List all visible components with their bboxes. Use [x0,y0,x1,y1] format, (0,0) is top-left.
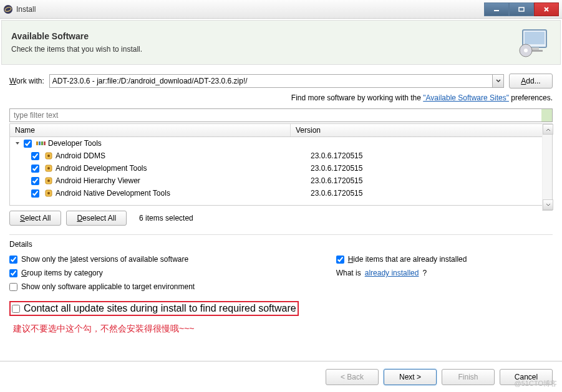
back-button[interactable]: < Back [326,369,379,385]
svg-point-23 [47,192,50,194]
item-label: Android Development Tools [56,164,147,173]
item-version: 23.0.6.1720515 [306,189,362,198]
option-contact-sites[interactable]: Contact all update sites during install … [9,301,299,316]
titlebar-title: Install [16,5,484,14]
tree-category-row[interactable]: Developer Tools [10,137,542,150]
filter-input[interactable] [9,108,553,122]
titlebar: Install [0,0,562,19]
select-all-button[interactable]: Select All [9,211,61,226]
next-button[interactable]: Next > [384,369,437,385]
already-installed-link[interactable]: already installed [365,269,419,277]
option-show-applicable[interactable]: Show only software applicable to target … [9,282,299,291]
install-wizard-icon [516,27,551,58]
header-subtitle: Check the items that you wish to install… [11,45,510,54]
minimize-button[interactable] [484,2,509,16]
software-tree[interactable]: Name Version Developer Tools Android DDM… [9,123,542,206]
details-label: Details [9,234,553,249]
tree-header-name[interactable]: Name [10,124,291,136]
plugin-icon [44,176,54,186]
add-button[interactable]: Add... [509,74,553,88]
svg-point-21 [47,179,50,182]
item-checkbox[interactable] [31,189,39,198]
tree-item-row[interactable]: Android Hierarchy Viewer 23.0.6.1720515 [10,174,542,187]
close-button[interactable] [534,2,559,16]
svg-rect-7 [525,32,545,44]
header-panel: Available Software Check the items that … [1,20,561,65]
svg-rect-14 [41,141,43,145]
option-show-latest[interactable]: Show only the latest versions of availab… [9,255,299,264]
find-more-text: Find more software by working with the "… [9,93,553,102]
svg-rect-12 [36,141,38,145]
item-checkbox[interactable] [31,165,39,173]
maximize-button[interactable] [509,2,534,16]
tree-scrollbar[interactable] [542,123,553,211]
category-label: Developer Tools [48,139,102,148]
svg-point-17 [47,155,50,157]
item-checkbox[interactable] [31,152,39,160]
plugin-icon [44,163,54,173]
tree-item-row[interactable]: Android Native Development Tools 23.0.6.… [10,187,542,199]
item-label: Android Native Development Tools [56,189,170,198]
selected-count: 6 items selected [139,214,193,222]
collapse-icon[interactable] [14,141,21,146]
svg-rect-13 [39,141,41,145]
watermark: @51CTO博客 [515,379,557,388]
footer: < Back Next > Finish Cancel [0,361,562,392]
deselect-all-button[interactable]: Deselect All [66,211,127,226]
option-group-category[interactable]: Group items by category [9,269,299,277]
category-icon [36,138,46,148]
workwith-input[interactable] [49,74,493,88]
svg-rect-15 [44,141,46,145]
workwith-dropdown-icon[interactable] [493,74,504,88]
item-version: 23.0.6.1720515 [306,176,362,185]
option-hide-installed[interactable]: Hide items that are already installed [336,255,467,264]
item-label: Android DDMS [56,151,105,160]
svg-point-19 [47,167,50,170]
workwith-combo[interactable] [49,74,504,88]
finish-button[interactable]: Finish [442,369,495,385]
tree-item-row[interactable]: Android Development Tools 23.0.6.1720515 [10,162,542,174]
plugin-icon [44,188,54,198]
scroll-down-icon[interactable] [543,199,553,210]
whatis-installed: What is already installed? [336,269,467,277]
workwith-label: Work with: [9,77,44,85]
available-sites-link[interactable]: "Available Software Sites" [423,93,509,102]
scroll-up-icon[interactable] [543,124,553,135]
tree-header-version[interactable]: Version [291,124,542,136]
plugin-icon [44,151,54,161]
eclipse-icon [3,4,13,14]
tree-item-row[interactable]: Android DDMS 23.0.6.1720515 [10,150,542,162]
item-version: 23.0.6.1720515 [306,164,362,173]
item-label: Android Hierarchy Viewer [56,176,140,185]
header-title: Available Software [11,31,510,41]
category-checkbox[interactable] [24,140,32,148]
item-checkbox[interactable] [31,177,39,185]
annotation-text: 建议不要选中这个勾，不然会安装得很慢哦~~~ [9,323,553,335]
svg-point-11 [524,49,528,52]
svg-rect-3 [519,7,524,11]
item-version: 23.0.6.1720515 [306,151,362,160]
